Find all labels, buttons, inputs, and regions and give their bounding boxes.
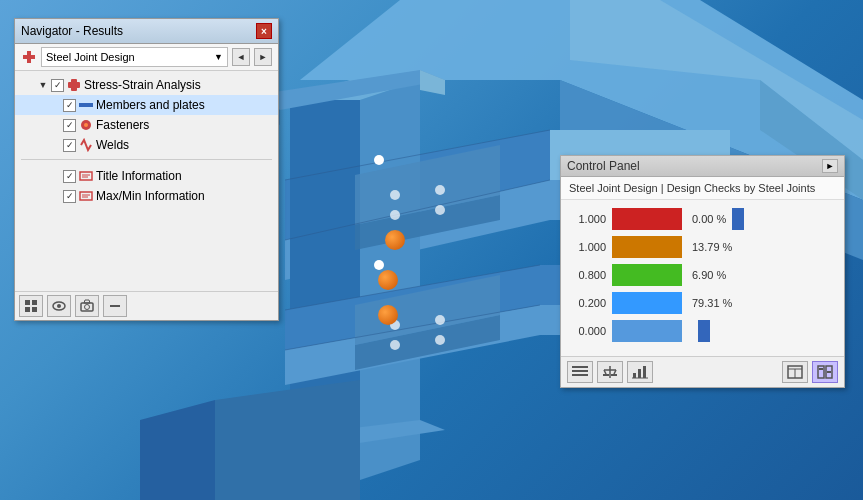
svg-point-27 (390, 190, 400, 200)
navigator-toolbar: Steel Joint Design ▼ ◄ ► (15, 44, 278, 71)
control-panel: Control Panel ► Steel Joint Design | Des… (560, 155, 845, 388)
cp-foot-btn-settings[interactable] (812, 361, 838, 383)
nav-forward-button[interactable]: ► (254, 48, 272, 66)
maxmin-info-icon (78, 188, 94, 204)
expand-icon-members (53, 99, 61, 111)
svg-point-32 (390, 340, 400, 350)
cp-footer-right (782, 361, 838, 383)
dropdown-arrow: ▼ (214, 52, 223, 62)
chart-row-3: 0.200 79.31 % (571, 292, 834, 314)
expand-icon-stress-strain: ▼ (37, 79, 49, 91)
chart-bar-fill-4 (612, 320, 682, 342)
svg-point-33 (435, 315, 445, 325)
tree-area: ▼ Stress-Strain Analysis Members and pla… (15, 71, 278, 291)
chart-pct-0: 0.00 % (692, 213, 726, 225)
checkbox-members-plates[interactable] (63, 99, 76, 112)
chart-label-4: 0.000 (571, 325, 606, 337)
cp-foot-btn-balance[interactable] (597, 361, 623, 383)
chart-bar-3 (612, 292, 682, 314)
svg-rect-36 (27, 51, 31, 63)
white-dot-1 (374, 155, 384, 165)
title-info-icon (78, 168, 94, 184)
expand-icon-title (53, 170, 61, 182)
svg-marker-22 (140, 400, 215, 500)
svg-marker-21 (215, 380, 360, 500)
cp-chart-content: 1.000 0.00 % 1.000 13.79 % 0.800 6.90 % (561, 200, 844, 356)
svg-rect-69 (643, 366, 646, 378)
checkbox-welds[interactable] (63, 139, 76, 152)
chart-row-2: 0.800 6.90 % (571, 264, 834, 286)
cp-expand-button[interactable]: ► (822, 159, 838, 173)
cp-foot-btn-list[interactable] (567, 361, 593, 383)
svg-rect-38 (71, 79, 77, 91)
cp-footer (561, 356, 844, 387)
fastener-sphere-2 (378, 270, 398, 290)
svg-rect-45 (80, 192, 92, 200)
chart-row-1: 1.000 13.79 % (571, 236, 834, 258)
tree-item-maxmin-info[interactable]: Max/Min Information (15, 186, 278, 206)
svg-point-30 (435, 205, 445, 215)
expand-icon-welds (53, 139, 61, 151)
bottom-items: Title Information Max/Min Information (15, 164, 278, 208)
footer-btn-camera[interactable] (75, 295, 99, 317)
expand-icon-fasteners (53, 119, 61, 131)
svg-rect-65 (603, 374, 609, 376)
fastener-sphere-1 (385, 230, 405, 250)
tree-item-welds[interactable]: Welds (15, 135, 278, 155)
checkbox-title-info[interactable] (63, 170, 76, 183)
chart-bar-1 (612, 236, 682, 258)
chart-mini-bar-0 (732, 208, 744, 230)
svg-marker-56 (84, 300, 90, 303)
cp-title: Control Panel (567, 159, 640, 173)
footer-btn-eye[interactable] (47, 295, 71, 317)
tree-separator (21, 159, 272, 160)
navigator-close-button[interactable]: × (256, 23, 272, 39)
checkbox-fasteners[interactable] (63, 119, 76, 132)
maxmin-info-label: Max/Min Information (96, 189, 205, 203)
nav-back-button[interactable]: ◄ (232, 48, 250, 66)
navigator-title: Navigator - Results (21, 24, 123, 38)
chart-pct-1: 13.79 % (692, 241, 732, 253)
chart-row-4: 0.000 (571, 320, 834, 342)
stress-strain-icon (66, 77, 82, 93)
chart-bar-0 (612, 208, 682, 230)
tree-item-fasteners[interactable]: Fasteners (15, 115, 278, 135)
stress-strain-label: Stress-Strain Analysis (84, 78, 201, 92)
svg-rect-76 (819, 368, 823, 370)
cp-header-text: Steel Joint Design | Design Checks by St… (561, 177, 844, 200)
svg-rect-66 (611, 374, 617, 376)
tree-item-stress-strain[interactable]: ▼ Stress-Strain Analysis (15, 75, 278, 95)
cp-foot-btn-window[interactable] (782, 361, 808, 383)
members-plates-icon (78, 97, 94, 113)
svg-point-34 (435, 335, 445, 345)
svg-point-28 (390, 210, 400, 220)
chart-row-0: 1.000 0.00 % (571, 208, 834, 230)
svg-rect-50 (25, 307, 30, 312)
design-type-dropdown[interactable]: Steel Joint Design ▼ (41, 47, 228, 67)
tree-item-members-plates[interactable]: Members and plates (15, 95, 278, 115)
fasteners-label: Fasteners (96, 118, 149, 132)
members-plates-label: Members and plates (96, 98, 205, 112)
fastener-sphere-3 (378, 305, 398, 325)
checkbox-stress-strain[interactable] (51, 79, 64, 92)
chart-label-2: 0.800 (571, 269, 606, 281)
cp-footer-left (567, 361, 653, 383)
svg-point-29 (435, 185, 445, 195)
svg-rect-68 (638, 369, 641, 378)
chart-bar-fill-3 (612, 292, 682, 314)
checkbox-maxmin-info[interactable] (63, 190, 76, 203)
title-info-label: Title Information (96, 169, 182, 183)
footer-btn-grid[interactable] (19, 295, 43, 317)
svg-rect-77 (827, 371, 831, 373)
navigator-panel: Navigator - Results × Steel Joint Design… (14, 18, 279, 321)
chart-label-0: 1.000 (571, 213, 606, 225)
white-dot-2 (374, 260, 384, 270)
chart-bar-fill-1 (612, 236, 682, 258)
svg-rect-49 (32, 300, 37, 305)
cp-foot-btn-chart[interactable] (627, 361, 653, 383)
tree-item-title-info[interactable]: Title Information (15, 166, 278, 186)
chart-pct-2: 6.90 % (692, 269, 726, 281)
expand-icon-maxmin (53, 190, 61, 202)
footer-btn-line[interactable] (103, 295, 127, 317)
svg-point-55 (85, 305, 90, 310)
